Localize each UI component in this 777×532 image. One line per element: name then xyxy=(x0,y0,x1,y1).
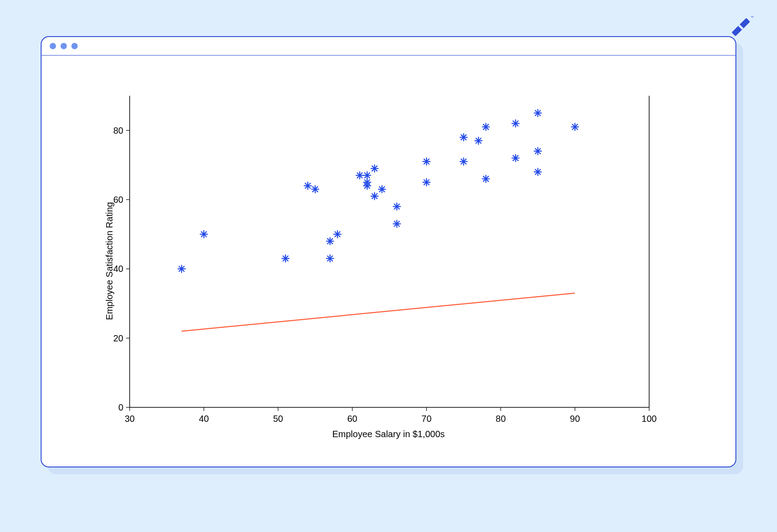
scatter-point xyxy=(393,203,400,210)
scatter-point xyxy=(482,123,490,131)
scatter-point xyxy=(178,265,185,272)
scatter-point xyxy=(327,238,334,245)
scatter-point xyxy=(393,220,400,228)
scatter-point xyxy=(371,165,378,172)
scatter-point xyxy=(475,137,482,145)
x-axis-label: Employee Salary in $1,000s xyxy=(42,429,735,439)
traffic-light-dot xyxy=(61,43,67,49)
scatter-point xyxy=(327,255,334,262)
scatter-point xyxy=(460,158,467,165)
trademark-symbol: ™ xyxy=(751,15,754,19)
scatter-point xyxy=(200,231,207,238)
scatter-point xyxy=(312,186,319,193)
y-axis-label: Employee Satisfaction Rating xyxy=(104,202,115,320)
x-tick-label: 60 xyxy=(347,414,357,424)
scatter-point xyxy=(334,231,341,238)
scatter-point xyxy=(423,158,430,165)
scatter-point xyxy=(356,172,363,179)
scatter-point xyxy=(379,186,386,193)
x-tick-label: 90 xyxy=(570,414,580,424)
scatter-point xyxy=(371,192,378,200)
y-tick-label: 40 xyxy=(113,264,123,274)
scatter-point xyxy=(304,182,311,189)
traffic-light-dot xyxy=(71,43,78,49)
scatter-point xyxy=(482,175,490,182)
scatter-point xyxy=(512,120,519,127)
scatter-chart: 30405060708090100020406080 xyxy=(42,55,735,467)
scatter-point xyxy=(512,154,519,162)
chart-window: 30405060708090100020406080 Employee Sati… xyxy=(41,36,736,467)
scatter-point xyxy=(364,182,371,189)
x-tick-label: 50 xyxy=(273,414,283,424)
chart-area: 30405060708090100020406080 Employee Sati… xyxy=(42,55,735,467)
trend-line xyxy=(182,293,575,331)
scatter-point xyxy=(364,172,371,179)
scatter-point xyxy=(534,168,542,176)
traffic-light-dot xyxy=(50,43,56,49)
scatter-point xyxy=(460,134,467,141)
y-tick-label: 0 xyxy=(118,402,123,412)
y-tick-label: 20 xyxy=(113,333,123,343)
x-tick-label: 80 xyxy=(496,414,506,424)
x-tick-label: 100 xyxy=(641,414,656,424)
scatter-point xyxy=(282,255,289,262)
scatter-point xyxy=(423,179,430,186)
y-tick-label: 80 xyxy=(113,126,123,135)
x-tick-label: 70 xyxy=(421,414,431,424)
scatter-point xyxy=(534,148,542,155)
x-tick-label: 30 xyxy=(125,414,135,424)
y-tick-label: 60 xyxy=(113,195,123,205)
scatter-point xyxy=(534,109,542,117)
window-titlebar xyxy=(42,37,735,56)
scatter-point xyxy=(571,123,579,131)
x-tick-label: 40 xyxy=(199,414,209,424)
